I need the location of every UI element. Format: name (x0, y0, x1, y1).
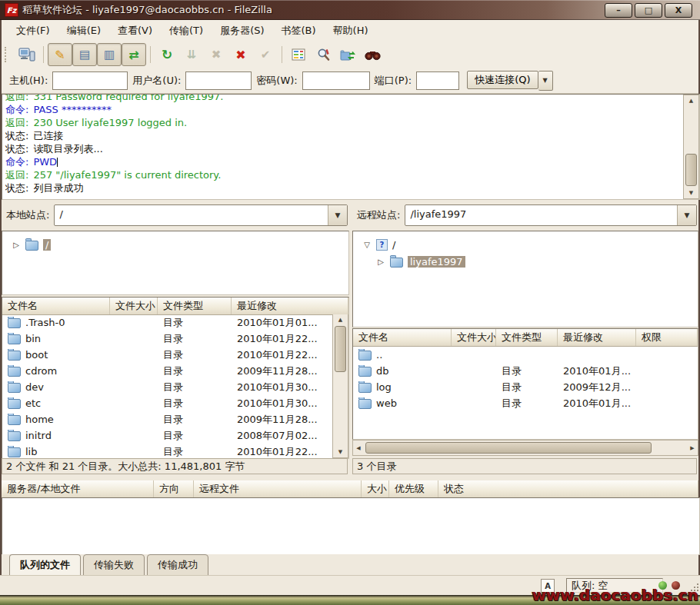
expander-collapsed-icon[interactable]: ▷ (12, 241, 21, 249)
folder-icon (8, 351, 21, 361)
log-scrollbar[interactable]: ▲ ▼ (683, 95, 699, 199)
file-row[interactable]: db目录2010年01月... (353, 363, 698, 379)
toggle-local-panes-button[interactable]: ▥ (97, 43, 122, 66)
tab-queued-files[interactable]: 队列的文件 (9, 554, 81, 576)
maximize-button[interactable]: □ (635, 3, 662, 18)
process-queue-button[interactable]: ⇊ (179, 43, 204, 66)
column-header-filename[interactable]: 文件名 (2, 298, 110, 314)
local-site-combobox[interactable]: / ▼ (54, 204, 348, 226)
combo-arrow-icon[interactable]: ▼ (328, 205, 347, 225)
menu-help[interactable]: 帮助(H) (325, 20, 377, 42)
scroll-up-icon[interactable]: ▲ (333, 314, 348, 325)
port-input[interactable] (416, 71, 459, 90)
toggle-tree-view-button[interactable]: ▤ (72, 43, 97, 66)
local-list-scrollbar[interactable]: ▲ ▼ (332, 314, 348, 458)
local-tree-root-label[interactable]: / (43, 239, 51, 251)
column-header-filetype[interactable]: 文件类型 (158, 298, 232, 314)
scrollbar-thumb[interactable] (685, 154, 697, 186)
scroll-left-icon[interactable]: ◀ (353, 440, 364, 455)
cancel-operation-button[interactable]: ✖ (204, 43, 228, 66)
scroll-down-icon[interactable]: ▼ (333, 447, 348, 457)
quickconnect-button[interactable]: 快速连接(Q) (467, 71, 538, 89)
local-tree-panel[interactable]: ▷ / (2, 231, 349, 295)
remote-tree-root[interactable]: ▽ ? / (353, 231, 698, 253)
scroll-right-icon[interactable]: ▶ (687, 440, 698, 455)
host-input[interactable] (52, 71, 128, 90)
menu-bookmarks[interactable]: 书签(B) (273, 20, 325, 42)
title-bar[interactable]: Fz 稻草软件论坛 - liyafe1997@daocaobbs.cn - Fi… (0, 0, 700, 20)
menu-view[interactable]: 查看(V) (109, 20, 161, 42)
folder-icon (358, 399, 372, 409)
menu-file[interactable]: 文件(F) (8, 20, 58, 42)
file-row[interactable]: dev目录2010年01月30... (2, 379, 334, 395)
tab-successful-transfers[interactable]: 传输成功 (147, 554, 208, 576)
magnifier-icon (316, 48, 331, 62)
username-label: 用户名(U): (132, 74, 181, 88)
minimize-button[interactable]: – (605, 3, 632, 18)
file-row[interactable]: web目录2010年01月... (353, 395, 698, 411)
menu-bar: 文件(F) 编辑(E) 查看(V) 传输(T) 服务器(S) 书签(B) 帮助(… (2, 20, 698, 42)
file-row[interactable]: home目录2009年11月28... (2, 411, 334, 427)
file-row[interactable]: boot目录2010年01月22... (2, 347, 334, 363)
toggle-queue-button[interactable]: ⇄ (122, 43, 146, 66)
scrollbar-thumb[interactable] (365, 442, 652, 454)
synchronized-browsing-button[interactable] (335, 43, 360, 66)
column-header-modified[interactable]: 最近修改 (232, 298, 348, 314)
column-header-direction[interactable]: 方向 (154, 480, 194, 497)
column-header-modified[interactable]: 最近修改 (558, 329, 636, 346)
disconnect-button[interactable]: ✖ (228, 43, 253, 66)
column-header-permissions[interactable]: 权限 (636, 329, 698, 346)
file-row[interactable]: bin目录2010年01月22... (2, 331, 334, 347)
column-header-filesize[interactable]: 文件大小 (452, 329, 496, 346)
menu-edit[interactable]: 编辑(E) (58, 20, 109, 42)
scroll-up-icon[interactable]: ▲ (684, 95, 698, 106)
refresh-button[interactable]: ↻ (155, 43, 179, 66)
file-row[interactable]: .. (353, 347, 698, 363)
column-header-priority[interactable]: 优先级 (389, 480, 438, 497)
local-tree-root[interactable]: ▷ / (2, 231, 348, 253)
tab-failed-transfers[interactable]: 传输失败 (83, 554, 145, 576)
column-header-filetype[interactable]: 文件类型 (496, 329, 558, 346)
scrollbar-thumb[interactable] (335, 326, 346, 372)
password-input[interactable] (302, 71, 370, 90)
toolbar-grip[interactable] (5, 47, 12, 62)
file-row[interactable]: log目录2009年12月... (353, 379, 698, 395)
remote-list-hscrollbar[interactable]: ◀ ▶ (352, 440, 698, 456)
file-row[interactable]: .Trash-0目录2010年01月01... (2, 314, 334, 331)
username-input[interactable] (185, 71, 252, 90)
column-header-size[interactable]: 大小 (362, 480, 389, 497)
message-log[interactable]: 返回:331 Password required for liyafe1997.… (2, 94, 700, 200)
remote-tree-root-label[interactable]: / (392, 239, 395, 251)
remote-site-combobox[interactable]: /liyafe1997 ▼ (405, 204, 697, 226)
combo-arrow-icon[interactable]: ▼ (677, 205, 696, 225)
reconnect-button[interactable]: ✔ (253, 43, 278, 66)
folder-icon (8, 415, 21, 425)
close-button[interactable]: X (665, 3, 692, 18)
remote-tree-panel[interactable]: ▽ ? / ▷ liyafe1997 (352, 231, 698, 327)
remote-tree-child[interactable]: ▷ liyafe1997 (353, 253, 698, 270)
file-row[interactable]: initrd目录2008年07月02... (2, 427, 334, 444)
menu-transfer[interactable]: 传输(T) (161, 20, 212, 42)
toggle-message-log-button[interactable]: ✎ (48, 43, 72, 66)
column-header-remotefile[interactable]: 远程文件 (194, 480, 362, 497)
expander-collapsed-icon[interactable]: ▷ (376, 258, 385, 266)
queue-body[interactable] (2, 497, 700, 555)
site-manager-button[interactable] (15, 43, 39, 66)
scroll-down-icon[interactable]: ▼ (684, 188, 698, 198)
quickconnect-dropdown-button[interactable]: ▼ (538, 71, 553, 91)
column-header-server-localfile[interactable]: 服务器/本地文件 (2, 480, 154, 497)
search-files-button[interactable] (360, 43, 385, 66)
directory-comparison-button[interactable] (286, 43, 311, 66)
local-site-row: 本地站点: / ▼ (6, 204, 348, 226)
file-row[interactable]: lib目录2010年01月22... (2, 444, 334, 458)
file-row[interactable]: cdrom目录2009年11月28... (2, 363, 334, 379)
filter-files-button[interactable] (311, 43, 335, 66)
file-row[interactable]: etc目录2010年01月30... (2, 395, 334, 411)
column-header-status[interactable]: 状态 (438, 480, 698, 497)
menu-server[interactable]: 服务器(S) (212, 20, 272, 42)
remote-tree-child-label[interactable]: liyafe1997 (408, 256, 465, 268)
column-header-filename[interactable]: 文件名 (353, 329, 452, 346)
log-line: 返回:331 Password required for liyafe1997. (2, 94, 699, 103)
column-header-filesize[interactable]: 文件大小 (110, 298, 158, 314)
expander-expanded-icon[interactable]: ▽ (362, 241, 372, 249)
